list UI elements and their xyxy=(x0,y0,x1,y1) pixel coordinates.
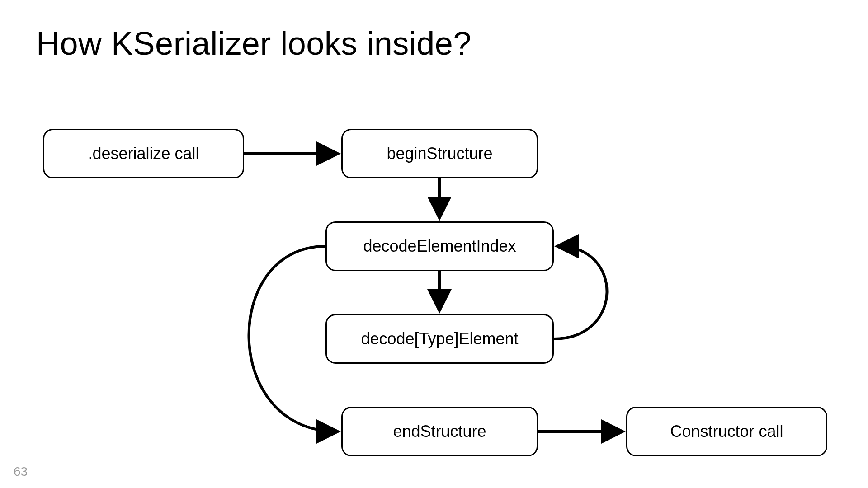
node-decode-element-index: decodeElementIndex xyxy=(326,221,554,271)
node-constructor-call: Constructor call xyxy=(626,407,827,456)
slide-title: How KSerializer looks inside? xyxy=(36,25,472,62)
node-end-structure: endStructure xyxy=(341,407,538,456)
node-begin-structure: beginStructure xyxy=(341,129,538,178)
page-number: 63 xyxy=(14,465,28,479)
node-deserialize-call: .deserialize call xyxy=(43,129,244,178)
edge-decodetype-to-decodeindex-loop xyxy=(554,246,607,339)
edge-decodeindex-to-end xyxy=(249,246,337,432)
node-decode-type-element: decode[Type]Element xyxy=(326,314,554,364)
